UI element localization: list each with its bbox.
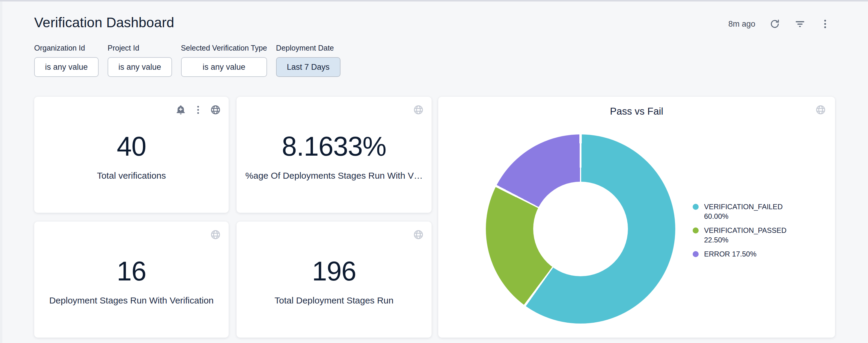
globe-icon[interactable] (413, 229, 424, 240)
filter-bar: Organization Id is any value Project Id … (34, 44, 340, 77)
tile-value: 40 (117, 133, 146, 160)
page-title: Verification Dashboard (34, 14, 174, 31)
globe-icon[interactable] (815, 104, 826, 115)
chart-title: Pass vs Fail (438, 106, 835, 117)
tile-value: 8.1633% (282, 133, 386, 160)
top-edge-divider (0, 0, 868, 1)
filter-organization-id: Organization Id is any value (34, 44, 99, 77)
kebab-menu-icon[interactable] (193, 104, 204, 115)
pass-vs-fail-card: Pass vs Fail VERIFICATION_FAILED 60.00% … (438, 97, 835, 338)
filter-icon[interactable] (794, 18, 806, 30)
legend-item-verification-failed[interactable]: VERIFICATION_FAILED 60.00% (693, 202, 797, 221)
filter-label: Selected Verification Type (181, 44, 267, 53)
refresh-icon[interactable] (769, 18, 780, 30)
tile-label: Total Deployment Stages Run (275, 296, 394, 306)
legend-swatch (693, 251, 699, 257)
tile-hover-actions (175, 104, 221, 115)
filter-value-button[interactable]: is any value (107, 57, 172, 77)
legend-label: VERIFICATION_FAILED 60.00% (704, 202, 797, 221)
tile-hover-actions (413, 229, 424, 240)
tile-hover-actions (210, 229, 221, 240)
legend-label: VERIFICATION_PASSED 22.50% (704, 226, 797, 245)
tile-hover-actions (413, 104, 424, 115)
tile-pct-stages-with-verification: 8.1633% %age Of Deployments Stages Run W… (237, 97, 432, 213)
tile-value: 196 (312, 258, 356, 285)
globe-icon[interactable] (210, 229, 221, 240)
single-value-visualization: 196 Total Deployment Stages Run (237, 221, 432, 338)
tile-total-verifications: 40 Total verifications (34, 97, 229, 213)
globe-icon[interactable] (210, 104, 221, 115)
globe-icon[interactable] (413, 104, 424, 115)
legend-item-error[interactable]: ERROR 17.50% (693, 249, 797, 259)
filter-value-button[interactable]: Last 7 Days (276, 57, 340, 77)
filter-label: Organization Id (34, 44, 99, 53)
filter-project-id: Project Id is any value (107, 44, 172, 77)
single-value-visualization: 8.1633% %age Of Deployments Stages Run W… (237, 97, 432, 213)
left-edge-gutter (0, 1, 2, 343)
add-alert-icon[interactable] (175, 104, 186, 115)
kebab-menu-icon[interactable] (819, 18, 831, 30)
tile-label: Total verifications (97, 171, 166, 181)
filter-value-button[interactable]: is any value (181, 57, 267, 77)
legend-swatch (693, 228, 699, 234)
filter-value-button[interactable]: is any value (34, 57, 99, 77)
filter-label: Project Id (107, 44, 172, 53)
tile-value: 16 (117, 258, 146, 285)
verification-dashboard-page: Verification Dashboard 8m ago Organizati… (0, 0, 868, 343)
tile-label: %age Of Deployments Stages Run With V… (246, 171, 423, 181)
filter-label: Deployment Date (276, 44, 340, 53)
last-refreshed-text: 8m ago (728, 20, 755, 29)
header-actions: 8m ago (728, 15, 831, 32)
legend-label: ERROR 17.50% (704, 249, 797, 259)
chart-legend: VERIFICATION_FAILED 60.00% VERIFICATION_… (693, 202, 797, 259)
legend-item-verification-passed[interactable]: VERIFICATION_PASSED 22.50% (693, 226, 797, 245)
legend-swatch (693, 204, 699, 210)
tile-stages-run-with-verification: 16 Deployment Stages Run With Verificati… (34, 221, 229, 338)
donut-chart[interactable] (486, 134, 675, 323)
filter-selected-verification-type: Selected Verification Type is any value (181, 44, 267, 77)
single-value-visualization: 16 Deployment Stages Run With Verificati… (34, 221, 229, 338)
tile-total-stages-run: 196 Total Deployment Stages Run (237, 221, 432, 338)
tile-label: Deployment Stages Run With Verification (49, 296, 214, 306)
filter-deployment-date: Deployment Date Last 7 Days (276, 44, 340, 77)
